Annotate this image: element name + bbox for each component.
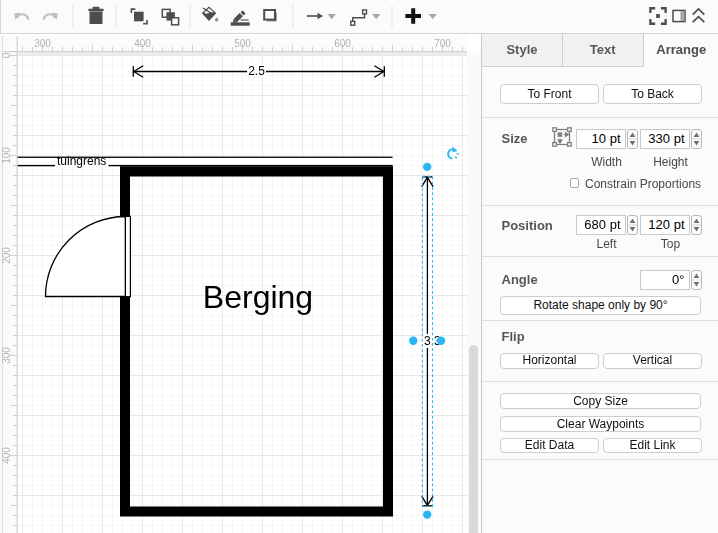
svg-text:Berging: Berging (203, 279, 313, 315)
svg-text:0: 0 (1, 52, 12, 58)
svg-text:300: 300 (1, 347, 12, 364)
svg-text:700: 700 (434, 38, 451, 49)
svg-text:400: 400 (1, 447, 12, 464)
svg-text:tuingrens: tuingrens (57, 154, 106, 168)
svg-text:600: 600 (334, 38, 351, 49)
svg-text:2.5: 2.5 (248, 64, 265, 78)
svg-text:100: 100 (1, 147, 12, 164)
svg-text:200: 200 (1, 247, 12, 264)
svg-text:300: 300 (34, 38, 51, 49)
svg-text:500: 500 (234, 38, 251, 49)
svg-text:400: 400 (134, 38, 151, 49)
